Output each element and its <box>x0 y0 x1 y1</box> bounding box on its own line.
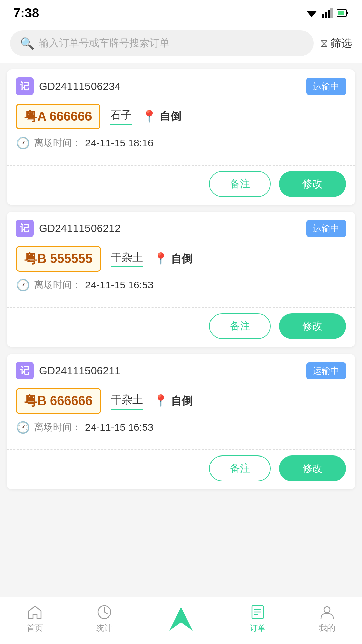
material-tag-1: 干杂土 <box>111 250 143 267</box>
clock-icon-1: 🕐 <box>16 278 30 292</box>
filter-label: 筛选 <box>330 36 352 51</box>
search-icon: 🔍 <box>20 37 34 50</box>
signal-icon <box>322 8 333 18</box>
plate-number-0: 粤A 666666 <box>16 104 100 129</box>
divider-0 <box>7 165 355 166</box>
time-label-0: 离场时间： <box>34 137 81 149</box>
nav-label-stats: 统计 <box>96 623 112 633</box>
svg-rect-7 <box>338 11 344 15</box>
edit-button-0[interactable]: 修改 <box>279 171 346 197</box>
bottom-nav: 首页 统计 订单 我的 <box>0 597 362 644</box>
svg-rect-2 <box>325 12 327 18</box>
nav-item-home[interactable]: 首页 <box>27 604 43 633</box>
clock-icon-0: 🕐 <box>16 136 30 150</box>
status-badge-0: 运输中 <box>306 78 346 95</box>
nav-item-mine[interactable]: 我的 <box>319 604 335 633</box>
record-badge-1: 记 <box>16 220 34 237</box>
time-value-1: 24-11-15 16:53 <box>85 279 154 291</box>
status-badge-1: 运输中 <box>306 220 346 237</box>
nav-label-mine: 我的 <box>319 623 335 633</box>
edit-button-1[interactable]: 修改 <box>279 313 346 339</box>
card-actions-1: 备注 修改 <box>7 313 355 347</box>
location-pin-2: 📍 <box>153 394 168 408</box>
status-time: 7:38 <box>13 6 39 20</box>
card-body-2: 粤B 666666 干杂土 📍 自倒 🕐 离场时间： 24-11-15 16:5… <box>7 385 355 444</box>
location-text-0: 自倒 <box>160 109 181 124</box>
svg-rect-4 <box>330 8 333 18</box>
location-pin-0: 📍 <box>142 110 157 124</box>
stats-icon <box>97 604 112 620</box>
search-container: 🔍 输入订单号或车牌号搜索订单 ⧖ 筛选 <box>0 23 362 63</box>
status-bar: 7:38 <box>0 0 362 23</box>
time-value-2: 24-11-15 16:53 <box>85 422 154 433</box>
order-list: 记 GD24111506234 运输中 粤A 666666 石子 📍 自倒 🕐 … <box>0 63 362 530</box>
svg-marker-9 <box>169 607 193 631</box>
time-value-0: 24-11-15 18:16 <box>85 137 154 149</box>
order-card-2: 记 GD24111506211 运输中 粤B 666666 干杂土 📍 自倒 🕐… <box>7 354 355 489</box>
plate-number-2: 粤B 666666 <box>16 388 101 414</box>
svg-point-14 <box>324 607 330 613</box>
note-button-0[interactable]: 备注 <box>209 171 271 197</box>
time-label-1: 离场时间： <box>34 279 81 291</box>
edit-button-2[interactable]: 修改 <box>279 455 346 481</box>
time-label-2: 离场时间： <box>34 421 81 434</box>
divider-1 <box>7 307 355 308</box>
status-badge-2: 运输中 <box>306 362 346 379</box>
search-bar[interactable]: 🔍 输入订单号或车牌号搜索订单 <box>10 30 314 56</box>
svg-marker-0 <box>306 11 317 17</box>
order-id-1: GD24111506212 <box>39 222 121 235</box>
search-placeholder: 输入订单号或车牌号搜索订单 <box>39 36 170 50</box>
card-actions-2: 备注 修改 <box>7 455 355 489</box>
order-id-0: GD24111506234 <box>39 80 121 93</box>
card-header-2: 记 GD24111506211 运输中 <box>7 354 355 385</box>
nav-label-home: 首页 <box>27 623 43 633</box>
card-actions-0: 备注 修改 <box>7 171 355 205</box>
svg-rect-3 <box>328 10 330 18</box>
card-header-1: 记 GD24111506212 运输中 <box>7 212 355 243</box>
battery-icon <box>337 8 349 18</box>
divider-2 <box>7 449 355 450</box>
orders-icon <box>250 604 265 620</box>
order-card-1: 记 GD24111506212 运输中 粤B 555555 干杂土 📍 自倒 🕐… <box>7 212 355 347</box>
filter-button[interactable]: ⧖ 筛选 <box>320 36 352 51</box>
plate-number-1: 粤B 555555 <box>16 246 101 272</box>
record-badge-2: 记 <box>16 362 34 379</box>
nav-label-orders: 订单 <box>250 623 266 633</box>
record-badge-0: 记 <box>16 77 34 95</box>
nav-item-orders[interactable]: 订单 <box>250 604 266 633</box>
order-id-2: GD24111506211 <box>39 365 121 377</box>
status-icons <box>305 8 349 18</box>
location-text-1: 自倒 <box>171 252 192 266</box>
mine-icon <box>319 604 335 620</box>
card-body-0: 粤A 666666 石子 📍 自倒 🕐 离场时间： 24-11-15 18:16 <box>7 100 355 160</box>
note-button-1[interactable]: 备注 <box>209 313 271 339</box>
wifi-icon <box>305 8 318 18</box>
home-icon <box>27 604 43 620</box>
material-tag-2: 干杂土 <box>111 392 143 410</box>
clock-icon-2: 🕐 <box>16 421 30 434</box>
filter-icon: ⧖ <box>320 37 328 49</box>
material-tag-0: 石子 <box>110 108 132 125</box>
note-button-2[interactable]: 备注 <box>209 455 271 481</box>
location-pin-1: 📍 <box>153 252 168 266</box>
location-text-2: 自倒 <box>171 394 192 409</box>
nav-item-send[interactable] <box>166 604 196 634</box>
card-header-0: 记 GD24111506234 运输中 <box>7 69 355 100</box>
svg-rect-6 <box>347 12 348 14</box>
nav-item-stats[interactable]: 统计 <box>96 604 112 633</box>
order-card-0: 记 GD24111506234 运输中 粤A 666666 石子 📍 自倒 🕐 … <box>7 69 355 205</box>
svg-rect-1 <box>322 14 324 18</box>
send-icon <box>166 604 196 634</box>
card-body-1: 粤B 555555 干杂土 📍 自倒 🕐 离场时间： 24-11-15 16:5… <box>7 243 355 302</box>
